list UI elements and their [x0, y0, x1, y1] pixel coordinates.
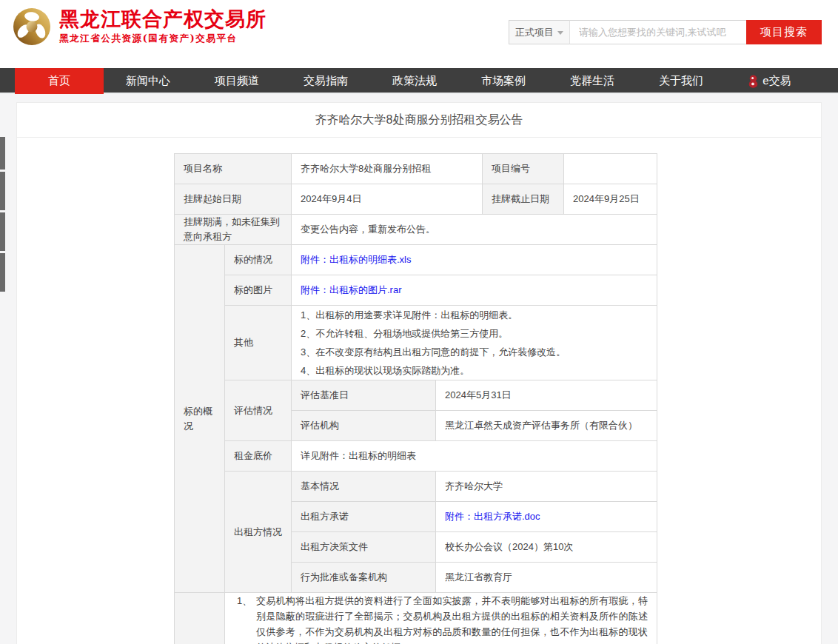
nav-item-about-us[interactable]: 关于我们	[637, 68, 725, 94]
page-title-row: 齐齐哈尔大学8处商服分别招租交易公告	[17, 103, 821, 138]
main-area: 齐齐哈尔大学8处商服分别招租交易公告 项目名称 齐齐哈尔大学8处商服分别招租 项…	[0, 94, 838, 637]
lessor-promise-value-cell: 附件：出租方承诺.doc	[436, 502, 657, 532]
eval-org-value-cell: 黑龙江卓然天成资产评估事务所（有限合伙）	[436, 411, 657, 441]
site-header: 黑龙江联合产权交易所 黑龙江省公共资源(国有资产)交易平台 正式项目 项目搜索	[0, 0, 838, 68]
table-row: 标的图片 附件：出租标的图片.rar	[175, 275, 657, 306]
notes-cell: 1、 交易机构将出租方提供的资料进行了全面如实披露，并不表明能够对出租标的所有瑕…	[225, 593, 657, 644]
gold-triskelion-emblem-icon	[12, 7, 52, 47]
table-row: 标的概况 标的情况 附件：出租标的明细表.xls	[175, 245, 657, 275]
target-img-value-cell: 附件：出租标的图片.rar	[292, 275, 657, 306]
note-text: 交易机构将出租方提供的资料进行了全面如实披露，并不表明能够对出租标的所有瑕疵，特…	[256, 595, 648, 644]
project-search-button[interactable]: 项目搜索	[746, 20, 822, 44]
nav-item-projects[interactable]: 项目频道	[192, 68, 281, 94]
project-search-bar: 正式项目 项目搜索	[509, 20, 822, 44]
lessor-decision-value-cell: 校长办公会议（2024）第10次	[436, 532, 657, 563]
target-info-label-cell: 标的情况	[225, 245, 292, 275]
approval-value-cell: 黑龙江省教育厅	[436, 563, 657, 593]
nav-item-etrade[interactable]: e交易	[725, 68, 814, 94]
nav-item-news[interactable]: 新闻中心	[104, 68, 192, 94]
other-item: 3、在不改变原有结构且出租方同意的前提下，允许装修改造。	[301, 343, 648, 361]
rent-floor-value-cell: 详见附件：出租标的明细表	[292, 441, 657, 472]
eval-date-value-cell: 2024年5月31日	[436, 380, 657, 411]
listing-start-label-cell: 挂牌起始日期	[175, 184, 292, 215]
target-img-label-cell: 标的图片	[225, 275, 292, 306]
project-no-value-cell	[564, 154, 657, 184]
nav-item-trade-guide[interactable]: 交易指南	[281, 68, 370, 94]
other-value-cell: 1、出租标的用途要求详见附件：出租标的明细表。 2、不允许转租、分租场地或提供给…	[292, 306, 657, 380]
project-name-value-cell: 齐齐哈尔大学8处商服分别招租	[292, 154, 483, 184]
table-row: 租金底价 详见附件：出租标的明细表	[175, 441, 657, 472]
eval-org-label-cell: 评估机构	[292, 411, 436, 441]
main-nav: 首页 新闻中心 项目频道 交易指南 政策法规 市场案例 党群生活 关于我们 e交…	[0, 68, 838, 94]
nav-item-home[interactable]: 首页	[15, 68, 104, 94]
other-item: 1、出租标的用途要求详见附件：出租标的明细表。	[301, 306, 648, 324]
table-row: 挂牌起始日期 2024年9月4日 挂牌截止日期 2024年9月25日	[175, 184, 657, 215]
eval-label-cell: 评估情况	[225, 380, 292, 441]
note-number: 1、	[237, 593, 252, 608]
announcement-panel: 齐齐哈尔大学8处商服分别招租交易公告 项目名称 齐齐哈尔大学8处商服分别招租 项…	[16, 102, 822, 644]
nav-item-party-life[interactable]: 党群生活	[548, 68, 637, 94]
page-title: 齐齐哈尔大学8处商服分别招租交易公告	[315, 113, 523, 128]
overview-label-cell: 标的概况	[175, 245, 225, 593]
attachment-link-doc[interactable]: 附件：出租方承诺.doc	[445, 511, 540, 522]
announcement-table: 项目名称 齐齐哈尔大学8处商服分别招租 项目编号 挂牌起始日期 2024年9月4…	[174, 153, 657, 644]
attachment-link-xls[interactable]: 附件：出租标的明细表.xls	[301, 254, 412, 265]
eval-date-label-cell: 评估基准日	[292, 380, 436, 411]
side-tab[interactable]	[0, 172, 5, 210]
attachment-link-rar[interactable]: 附件：出租标的图片.rar	[301, 284, 402, 295]
side-tab[interactable]	[0, 212, 5, 251]
search-category-dropdown[interactable]: 正式项目	[509, 20, 570, 44]
project-no-label-cell: 项目编号	[483, 154, 564, 184]
listing-end-value-cell: 2024年9月25日	[564, 184, 657, 215]
listing-end-label-cell: 挂牌截止日期	[483, 184, 564, 215]
side-tab[interactable]	[0, 137, 5, 170]
left-float-tabs	[0, 137, 5, 292]
lessor-decision-label-cell: 出租方决策文件	[292, 532, 436, 563]
red-seal-icon	[748, 75, 758, 88]
table-row: 1、 交易机构将出租方提供的资料进行了全面如实披露，并不表明能够对出租标的所有瑕…	[175, 593, 657, 644]
note-item: 1、 交易机构将出租方提供的资料进行了全面如实披露，并不表明能够对出租标的所有瑕…	[234, 593, 648, 644]
lessor-basic-value-cell: 齐齐哈尔大学	[436, 472, 657, 502]
table-row: 其他 1、出租标的用途要求详见附件：出租标的明细表。 2、不允许转租、分租场地或…	[175, 306, 657, 380]
other-label-cell: 其他	[225, 306, 292, 380]
search-category-value: 正式项目	[515, 26, 554, 39]
nav-item-policies[interactable]: 政策法规	[370, 68, 459, 94]
lessor-label-cell: 出租方情况	[225, 472, 292, 593]
listing-start-value-cell: 2024年9月4日	[292, 184, 483, 215]
approval-label-cell: 行为批准或备案机构	[292, 563, 436, 593]
expiry-label-cell: 挂牌期满，如未征集到意向承租方	[175, 215, 292, 245]
other-item: 2、不允许转租、分租场地或提供给第三方使用。	[301, 324, 648, 343]
rent-floor-label-cell: 租金底价	[225, 441, 292, 472]
notes-left-cell	[175, 593, 225, 644]
lessor-promise-label-cell: 出租方承诺	[292, 502, 436, 532]
nav-item-cases[interactable]: 市场案例	[459, 68, 548, 94]
project-name-label-cell: 项目名称	[175, 154, 292, 184]
site-logo-subtitle: 黑龙江省公共资源(国有资产)交易平台	[59, 33, 267, 45]
other-item: 4、出租标的现状以现场实际踏勘为准。	[301, 361, 648, 380]
side-tab[interactable]	[0, 253, 5, 292]
site-logo-title: 黑龙江联合产权交易所	[59, 8, 267, 30]
table-row: 挂牌期满，如未征集到意向承租方 变更公告内容，重新发布公告。	[175, 215, 657, 245]
table-row: 出租方情况 基本情况 齐齐哈尔大学	[175, 472, 657, 502]
table-row: 项目名称 齐齐哈尔大学8处商服分别招租 项目编号	[175, 154, 657, 184]
chevron-down-icon	[557, 31, 563, 35]
target-info-value-cell: 附件：出租标的明细表.xls	[292, 245, 657, 275]
site-logo[interactable]: 黑龙江联合产权交易所 黑龙江省公共资源(国有资产)交易平台	[12, 7, 267, 47]
search-input[interactable]	[570, 20, 746, 44]
expiry-value-cell: 变更公告内容，重新发布公告。	[292, 215, 657, 245]
table-row: 评估情况 评估基准日 2024年5月31日	[175, 380, 657, 411]
lessor-basic-label-cell: 基本情况	[292, 472, 436, 502]
